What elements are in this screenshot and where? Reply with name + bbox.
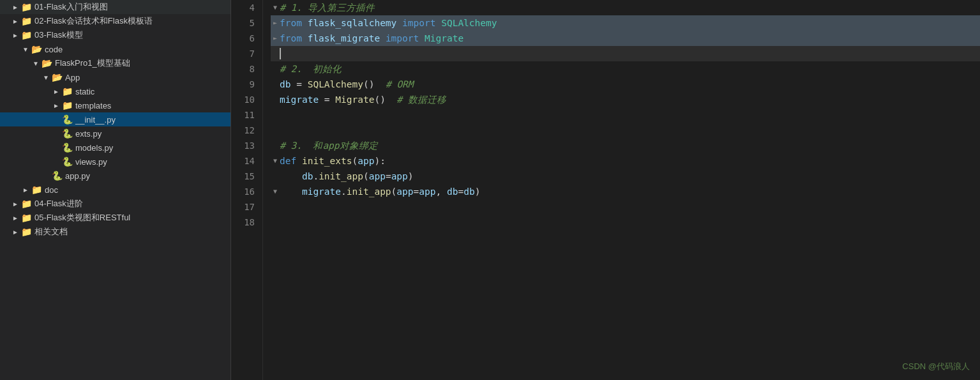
line-num-7: 7: [231, 46, 255, 61]
code-content[interactable]: ▼ # 1. 导入第三方插件 ► from flask_sqlalchemy i…: [263, 0, 980, 380]
sidebar-item-04flask[interactable]: ► 📁 04-Flask进阶: [0, 197, 230, 211]
sidebar-item-label: 01-Flask入门和视图: [34, 1, 108, 13]
func-init-exts: init_exts: [302, 153, 352, 169]
line-num-18: 18: [231, 215, 255, 230]
code-line-4: ▼ # 1. 导入第三方插件: [271, 0, 980, 15]
code-line-16: ▼ migrate.init_app(app=app, db=db): [271, 184, 980, 199]
arrow-open-icon: ▼: [31, 60, 41, 67]
fold-icon-14[interactable]: ▼: [271, 153, 280, 169]
sidebar-item-05flask[interactable]: ► 📁 05-Flask类视图和RESTful: [0, 211, 230, 225]
indent-15: [280, 169, 302, 184]
param-app: app: [358, 153, 374, 169]
space-6c: [419, 31, 425, 46]
py-icon: 🐍: [61, 128, 73, 139]
sidebar-item-init-py[interactable]: 🐍 __init__.py: [0, 112, 230, 126]
folder-icon: 📁: [20, 213, 32, 223]
sidebar-item-02flask[interactable]: ► 📁 02-Flask会话技术和Flask模板语: [0, 14, 230, 28]
arrow-icon: ►: [10, 215, 20, 222]
sidebar-item-doc[interactable]: ► 📁 doc: [0, 183, 230, 197]
code-editor[interactable]: 4 5 6 7 8 9 10 11 12 13 14 15 16 17 18 ▼…: [231, 0, 980, 380]
folder-open-icon: 📂: [51, 72, 63, 82]
space-5c: [435, 15, 441, 31]
sidebar-item-label: code: [45, 45, 63, 54]
code-area: 4 5 6 7 8 9 10 11 12 13 14 15 16 17 18 ▼…: [231, 0, 980, 380]
code-line-10: ► migrate = Migrate() # 数据迁移: [271, 92, 980, 107]
eq-16b: =: [458, 184, 464, 199]
fold-icon-6[interactable]: ►: [271, 31, 280, 46]
module-5: flask_sqlalchemy: [308, 15, 397, 31]
sidebar-item-label: 05-Flask类视图和RESTful: [34, 212, 130, 224]
folder-open-icon: 📂: [41, 58, 52, 68]
class-5: SQLAlchemy: [441, 15, 497, 31]
val-app-16: app: [419, 184, 435, 199]
func-sqlalchemy: SQLAlchemy: [308, 77, 363, 92]
fold-icon-4[interactable]: ▼: [271, 0, 280, 15]
space-5a: [302, 15, 308, 31]
line-numbers: 4 5 6 7 8 9 10 11 12 13 14 15 16 17 18: [231, 0, 263, 380]
func-init-app-16: init_app: [347, 184, 391, 199]
sidebar-item-label: 02-Flask会话技术和Flask模板语: [34, 15, 153, 27]
code-line-7: ►: [271, 46, 980, 61]
sidebar-item-code[interactable]: ▼ 📂 code: [0, 42, 230, 56]
space-9c: [374, 77, 385, 92]
space-9b: [302, 77, 308, 92]
line-num-10: 10: [231, 92, 255, 107]
sidebar-item-views-py[interactable]: 🐍 views.py: [0, 155, 230, 169]
sidebar-item-01flask[interactable]: ► 📁 01-Flask入门和视图: [0, 0, 230, 14]
paren-14a: (: [352, 153, 358, 169]
code-line-14: ▼ def init_exts(app):: [271, 153, 980, 169]
sidebar-item-models-py[interactable]: 🐍 models.py: [0, 141, 230, 155]
line-num-6: 6: [231, 31, 255, 46]
sidebar-item-label: templates: [75, 101, 111, 110]
sidebar-item-app-py[interactable]: 🐍 app.py: [0, 169, 230, 183]
fold-icon-5[interactable]: ►: [271, 15, 280, 31]
code-line-17: ►: [271, 199, 980, 215]
func-migrate: Migrate: [335, 92, 374, 107]
paren-15b: ): [408, 169, 414, 184]
sidebar-item-label: 03-Flask模型: [34, 29, 83, 41]
file-explorer[interactable]: ► 📁 01-Flask入门和视图 ► 📁 02-Flask会话技术和Flask…: [0, 0, 231, 380]
fold-icon-16[interactable]: ▼: [271, 184, 280, 199]
keyword-def: def: [280, 153, 296, 169]
op-assign-10: =: [324, 92, 330, 107]
sidebar-item-label: exts.py: [75, 129, 102, 139]
folder-icon: 📁: [20, 16, 32, 26]
arrow-icon: ►: [10, 18, 20, 25]
py-icon: 🐍: [51, 171, 63, 181]
sidebar-item-templates[interactable]: ► 📁 templates: [0, 98, 230, 112]
sidebar-item-label: App: [65, 73, 80, 82]
arrow-icon: ►: [10, 229, 20, 236]
comment-migrate: # 数据迁移: [396, 92, 446, 107]
py-icon: 🐍: [61, 142, 73, 153]
folder-open-icon: 📂: [31, 44, 42, 54]
comment-text-13: # 3. 和app对象绑定: [280, 138, 378, 153]
line-num-16: 16: [231, 184, 255, 199]
code-line-15: ► db.init_app(app=app): [271, 169, 980, 184]
sidebar-item-label: models.py: [75, 143, 113, 153]
folder-icon: 📁: [20, 227, 32, 237]
arrow-open-icon: ▼: [20, 46, 31, 53]
module-6: flask_migrate: [308, 31, 381, 46]
comment-text-8: # 2. 初始化: [280, 61, 342, 77]
paren-9a: (): [363, 77, 374, 92]
class-6: Migrate: [425, 31, 464, 46]
space-9a: [290, 77, 296, 92]
code-line-12: ►: [271, 123, 980, 138]
code-line-11: ►: [271, 107, 980, 123]
sidebar-item-flaskpro1[interactable]: ▼ 📂 FlaskPro1_模型基础: [0, 56, 230, 70]
arrow-icon: ►: [10, 4, 20, 11]
dot-15: .: [313, 169, 319, 184]
sidebar-item-docs[interactable]: ► 📁 相关文档: [0, 225, 230, 239]
line-num-9: 9: [231, 77, 255, 92]
code-line-9: ► db = SQLAlchemy() # ORM: [271, 77, 980, 92]
val-app-15: app: [391, 169, 408, 184]
sidebar-item-static[interactable]: ► 📁 static: [0, 84, 230, 98]
eq-15: =: [386, 169, 391, 184]
py-icon: 🐍: [61, 114, 73, 125]
sidebar-item-app[interactable]: ▼ 📂 App: [0, 70, 230, 84]
op-assign-9: =: [296, 77, 302, 92]
sidebar-item-exts-py[interactable]: 🐍 exts.py: [0, 126, 230, 141]
sidebar-item-03flask[interactable]: ► 📁 03-Flask模型: [0, 28, 230, 42]
sidebar-item-label: FlaskPro1_模型基础: [55, 57, 130, 69]
keyword-import-6: import: [386, 31, 419, 46]
